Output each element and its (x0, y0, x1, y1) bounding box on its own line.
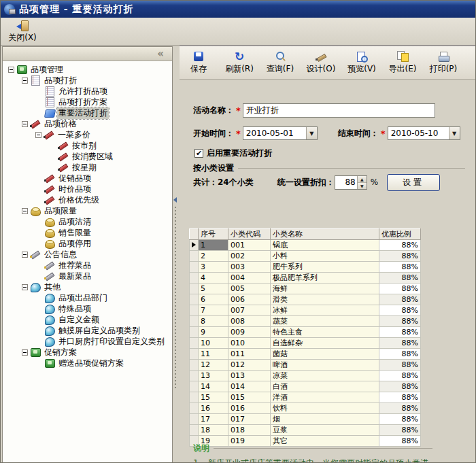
tree-item-一菜多价[interactable]: 一菜多价 (3, 129, 172, 140)
discount-cell[interactable]: 88% (379, 262, 421, 273)
row-selector-cell[interactable] (190, 294, 199, 305)
discount-cell[interactable]: 88% (379, 392, 421, 403)
tree-item-品项打折方案[interactable]: 品项打折方案 (3, 97, 172, 107)
row-selector-cell[interactable] (190, 381, 199, 392)
tree-item-自定义金额[interactable]: 自定义金额 (3, 314, 172, 325)
name-cell[interactable]: 小料 (271, 251, 379, 262)
seq-cell[interactable]: 3 (199, 262, 228, 273)
row-selector-cell[interactable] (190, 425, 199, 436)
name-cell[interactable]: 冰鲜 (271, 305, 379, 316)
panel-splitter[interactable] (173, 46, 179, 463)
discount-cell[interactable]: 88% (379, 338, 421, 349)
toolbar-button-设计[interactable]: 设计(O) (305, 46, 337, 79)
row-selector-cell[interactable] (190, 284, 199, 294)
name-cell[interactable]: 蔬菜 (271, 316, 379, 327)
chevron-down-icon[interactable]: ▼ (449, 127, 460, 139)
row-selector-cell[interactable] (190, 327, 199, 338)
row-selector-cell[interactable] (190, 338, 199, 349)
tree-collapse-icon[interactable] (22, 121, 28, 127)
tree-item-品项停用[interactable]: 品项停用 (3, 238, 172, 249)
tree-item-品项限量[interactable]: 品项限量 (3, 205, 172, 216)
name-cell[interactable]: 极品肥羊系列 (271, 273, 379, 284)
code-cell[interactable]: 005 (228, 284, 271, 294)
tree-item-价格优先级[interactable]: 价格优先级 (3, 194, 172, 205)
discount-cell[interactable]: 88% (379, 403, 421, 414)
tree-collapse-icon[interactable] (22, 252, 28, 258)
tree-item-赠送品项促销方案[interactable]: 赠送品项促销方案 (3, 358, 172, 368)
code-cell[interactable]: 017 (228, 414, 271, 425)
table-row[interactable]: 9009特色主食88% (190, 327, 421, 338)
discount-cell[interactable]: 88% (379, 251, 421, 262)
code-cell[interactable]: 015 (228, 392, 271, 403)
table-row[interactable]: 1001锅底88% (190, 240, 421, 251)
activity-name-input[interactable]: 开业打折 (243, 103, 435, 118)
tree-collapse-icon[interactable] (22, 78, 28, 84)
tree-item-推荐菜品[interactable]: 推荐菜品 (3, 260, 172, 271)
toolbar-button-刷新[interactable]: 刷新(R) (223, 46, 256, 79)
discount-cell[interactable]: 88% (379, 284, 421, 294)
tree-item-品项沽清[interactable]: 品项沽清 (3, 216, 172, 227)
tree-item-触摸屏自定义品项类别[interactable]: 触摸屏自定义品项类别 (3, 325, 172, 336)
seq-cell[interactable]: 1 (199, 240, 228, 251)
row-selector-cell[interactable] (190, 262, 199, 273)
tree-item-按星期[interactable]: 按星期 (3, 162, 172, 173)
code-cell[interactable]: 013 (228, 371, 271, 381)
toolbar-button-查询[interactable]: 查询(F) (264, 46, 296, 79)
discount-cell[interactable]: 88% (379, 414, 421, 425)
code-cell[interactable]: 008 (228, 316, 271, 327)
table-row[interactable]: 8008蔬菜88% (190, 316, 421, 327)
code-cell[interactable]: 016 (228, 403, 271, 414)
tree-item-公告信息[interactable]: 公告信息 (3, 249, 172, 260)
code-cell[interactable]: 003 (228, 262, 271, 273)
row-selector-cell[interactable] (190, 371, 199, 381)
discount-spinner-value[interactable]: 88 (335, 176, 357, 189)
code-cell[interactable]: 010 (228, 338, 271, 349)
code-cell[interactable]: 011 (228, 349, 271, 360)
tree-item-促销品项[interactable]: 促销品项 (3, 173, 172, 184)
table-row[interactable]: 15015洋酒88% (190, 392, 421, 403)
table-row[interactable]: 18018豆浆88% (190, 425, 421, 436)
table-row[interactable]: 5005海鲜88% (190, 284, 421, 294)
discount-cell[interactable]: 88% (379, 240, 421, 251)
seq-cell[interactable]: 8 (199, 316, 228, 327)
seq-cell[interactable]: 10 (199, 338, 228, 349)
tree-collapse-icon[interactable] (35, 132, 41, 138)
code-cell[interactable]: 012 (228, 360, 271, 371)
row-selector-cell[interactable] (190, 240, 199, 251)
seq-cell[interactable]: 2 (199, 251, 228, 262)
discount-cell[interactable]: 88% (379, 371, 421, 381)
name-cell[interactable]: 饮料 (271, 403, 379, 414)
table-row[interactable]: 4004极品肥羊系列88% (190, 273, 421, 284)
row-selector-cell[interactable] (190, 360, 199, 371)
tree-item-按消费区域[interactable]: 按消费区域 (3, 151, 172, 162)
table-row[interactable]: 11011菌菇88% (190, 349, 421, 360)
name-cell[interactable]: 啤酒 (271, 360, 379, 371)
tree-item-并口厨房打印设置自定义类别[interactable]: 并口厨房打印设置自定义类别 (3, 336, 172, 347)
discount-cell[interactable]: 88% (379, 381, 421, 392)
code-cell[interactable]: 001 (228, 240, 271, 251)
name-cell[interactable]: 肥牛系列 (271, 262, 379, 273)
toolbar-button-预览[interactable]: 预览(V) (345, 46, 378, 79)
seq-cell[interactable]: 12 (199, 360, 228, 371)
spinner-down-icon[interactable]: ▼ (358, 183, 367, 189)
tree-item-按市别[interactable]: 按市别 (3, 140, 172, 151)
table-row[interactable]: 7007冰鲜88% (190, 305, 421, 316)
name-cell[interactable]: 海鲜 (271, 284, 379, 294)
table-row[interactable]: 2002小料88% (190, 251, 421, 262)
enable-discount-checkbox[interactable]: ✔ (194, 149, 203, 158)
seq-cell[interactable]: 6 (199, 294, 228, 305)
discount-cell[interactable]: 88% (379, 360, 421, 371)
splitter-collapse-icon[interactable] (173, 197, 177, 203)
tree-item-特殊品项[interactable]: 特殊品项 (3, 303, 172, 314)
row-selector-cell[interactable] (190, 403, 199, 414)
table-row[interactable]: 16016饮料88% (190, 403, 421, 414)
seq-cell[interactable]: 7 (199, 305, 228, 316)
table-row[interactable]: 14014白酒88% (190, 381, 421, 392)
name-cell[interactable]: 滑类 (271, 294, 379, 305)
table-row[interactable]: 12012啤酒88% (190, 360, 421, 371)
code-cell[interactable]: 007 (228, 305, 271, 316)
row-selector-cell[interactable] (190, 414, 199, 425)
code-cell[interactable]: 002 (228, 251, 271, 262)
row-selector-cell[interactable] (190, 305, 199, 316)
row-selector-cell[interactable] (190, 349, 199, 360)
